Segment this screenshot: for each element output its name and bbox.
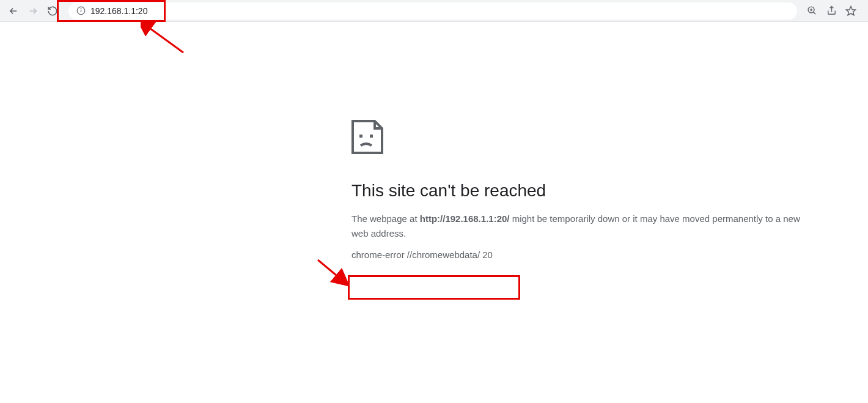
error-desc-url: http://192.168.1.1:20/ [420,213,510,224]
back-button[interactable] [5,2,22,20]
svg-line-4 [813,12,815,15]
error-description: The webpage at http://192.168.1.1:20/ mi… [351,212,816,241]
error-page: This site can't be reached The webpage a… [0,22,868,261]
forward-button[interactable] [24,2,42,20]
svg-marker-8 [847,6,856,15]
annotation-box-errorcode [348,275,520,300]
svg-rect-9 [359,135,362,138]
bookmark-star-icon[interactable] [844,4,858,18]
toolbar-actions [804,4,863,18]
svg-line-12 [318,260,347,284]
svg-point-2 [81,9,81,9]
address-bar[interactable]: 192.168.1.1:20 [68,2,797,20]
error-title: This site can't be reached [351,181,868,201]
error-code: chrome-error //chromewebdata/ 20 [351,250,493,260]
svg-rect-10 [370,135,373,138]
sad-page-icon [351,120,868,157]
browser-toolbar: 192.168.1.1:20 [0,0,868,22]
zoom-icon[interactable] [804,4,819,18]
share-icon[interactable] [824,4,839,18]
url-text: 192.168.1.1:20 [90,6,147,16]
error-desc-pre: The webpage at [351,213,420,224]
site-info-icon[interactable] [76,6,86,16]
reload-button[interactable] [44,2,61,20]
